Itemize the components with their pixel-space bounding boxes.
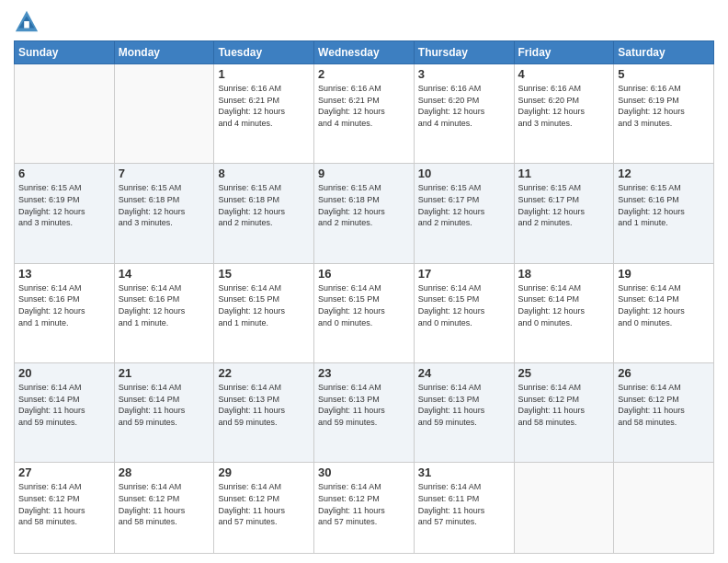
day-number: 8 [218, 167, 310, 180]
calendar-cell: 9Sunrise: 6:15 AMSunset: 6:18 PMDaylight… [314, 164, 415, 263]
day-number: 10 [418, 167, 510, 180]
calendar-cell: 28Sunrise: 6:14 AMSunset: 6:12 PMDayligh… [114, 463, 214, 554]
calendar-cell: 17Sunrise: 6:14 AMSunset: 6:15 PMDayligh… [414, 263, 514, 362]
day-info: Sunrise: 6:14 AMSunset: 6:11 PMDaylight:… [418, 481, 510, 527]
calendar-cell: 11Sunrise: 6:15 AMSunset: 6:17 PMDayligh… [514, 164, 614, 263]
calendar-cell: 25Sunrise: 6:14 AMSunset: 6:12 PMDayligh… [514, 363, 614, 463]
day-number: 18 [518, 267, 610, 281]
day-number: 23 [318, 366, 410, 380]
day-info: Sunrise: 6:16 AMSunset: 6:20 PMDaylight:… [418, 83, 510, 129]
week-row-1: 1Sunrise: 6:16 AMSunset: 6:21 PMDaylight… [15, 64, 714, 164]
day-header-saturday: Saturday [614, 41, 714, 64]
logo [14, 9, 43, 35]
calendar-cell: 16Sunrise: 6:14 AMSunset: 6:15 PMDayligh… [314, 263, 415, 362]
day-number: 2 [318, 67, 410, 81]
day-info: Sunrise: 6:14 AMSunset: 6:13 PMDaylight:… [318, 382, 410, 428]
day-number: 6 [18, 167, 110, 180]
day-info: Sunrise: 6:14 AMSunset: 6:15 PMDaylight:… [418, 282, 510, 328]
day-info: Sunrise: 6:14 AMSunset: 6:12 PMDaylight:… [618, 382, 710, 428]
day-info: Sunrise: 6:15 AMSunset: 6:17 PMDaylight:… [518, 182, 610, 228]
calendar-cell: 1Sunrise: 6:16 AMSunset: 6:21 PMDaylight… [214, 64, 314, 164]
header-row: SundayMondayTuesdayWednesdayThursdayFrid… [15, 41, 714, 64]
week-row-2: 6Sunrise: 6:15 AMSunset: 6:19 PMDaylight… [15, 164, 714, 263]
day-number: 24 [418, 366, 510, 380]
day-info: Sunrise: 6:16 AMSunset: 6:20 PMDaylight:… [518, 83, 610, 129]
day-number: 21 [119, 366, 210, 380]
week-row-5: 27Sunrise: 6:14 AMSunset: 6:12 PMDayligh… [15, 463, 714, 554]
day-info: Sunrise: 6:14 AMSunset: 6:12 PMDaylight:… [18, 481, 110, 527]
day-number: 22 [218, 366, 310, 380]
calendar-cell: 10Sunrise: 6:15 AMSunset: 6:17 PMDayligh… [414, 164, 514, 263]
day-info: Sunrise: 6:14 AMSunset: 6:16 PMDaylight:… [18, 282, 110, 328]
calendar-cell: 30Sunrise: 6:14 AMSunset: 6:12 PMDayligh… [314, 463, 415, 554]
day-info: Sunrise: 6:14 AMSunset: 6:12 PMDaylight:… [218, 481, 310, 527]
day-info: Sunrise: 6:15 AMSunset: 6:16 PMDaylight:… [618, 182, 710, 228]
day-header-friday: Friday [514, 41, 614, 64]
day-header-wednesday: Wednesday [314, 41, 415, 64]
logo-icon [14, 9, 40, 35]
calendar-cell: 7Sunrise: 6:15 AMSunset: 6:18 PMDaylight… [114, 164, 214, 263]
week-row-4: 20Sunrise: 6:14 AMSunset: 6:14 PMDayligh… [15, 363, 714, 463]
calendar-cell: 26Sunrise: 6:14 AMSunset: 6:12 PMDayligh… [614, 363, 714, 463]
page: SundayMondayTuesdayWednesdayThursdayFrid… [0, 0, 728, 563]
day-info: Sunrise: 6:14 AMSunset: 6:16 PMDaylight:… [119, 282, 210, 328]
day-info: Sunrise: 6:14 AMSunset: 6:12 PMDaylight:… [119, 481, 210, 527]
calendar-cell: 31Sunrise: 6:14 AMSunset: 6:11 PMDayligh… [414, 463, 514, 554]
day-info: Sunrise: 6:14 AMSunset: 6:12 PMDaylight:… [318, 481, 410, 527]
day-number: 1 [218, 67, 310, 81]
calendar-cell: 23Sunrise: 6:14 AMSunset: 6:13 PMDayligh… [314, 363, 415, 463]
day-number: 30 [318, 465, 410, 479]
day-info: Sunrise: 6:14 AMSunset: 6:14 PMDaylight:… [119, 382, 210, 428]
day-info: Sunrise: 6:14 AMSunset: 6:13 PMDaylight:… [418, 382, 510, 428]
day-info: Sunrise: 6:14 AMSunset: 6:14 PMDaylight:… [18, 382, 110, 428]
day-number: 14 [119, 267, 210, 281]
calendar-cell: 29Sunrise: 6:14 AMSunset: 6:12 PMDayligh… [214, 463, 314, 554]
svg-rect-2 [24, 21, 29, 28]
calendar-cell: 15Sunrise: 6:14 AMSunset: 6:15 PMDayligh… [214, 263, 314, 362]
day-info: Sunrise: 6:16 AMSunset: 6:19 PMDaylight:… [618, 83, 710, 129]
day-info: Sunrise: 6:14 AMSunset: 6:14 PMDaylight:… [518, 282, 610, 328]
day-number: 12 [618, 167, 710, 180]
calendar-cell [614, 463, 714, 554]
day-number: 29 [218, 465, 310, 479]
day-header-tuesday: Tuesday [214, 41, 314, 64]
day-number: 15 [218, 267, 310, 281]
day-info: Sunrise: 6:15 AMSunset: 6:19 PMDaylight:… [18, 182, 110, 228]
day-number: 27 [18, 465, 110, 479]
calendar-cell: 24Sunrise: 6:14 AMSunset: 6:13 PMDayligh… [414, 363, 514, 463]
calendar-body: 1Sunrise: 6:16 AMSunset: 6:21 PMDaylight… [15, 64, 714, 554]
calendar-header: SundayMondayTuesdayWednesdayThursdayFrid… [15, 41, 714, 64]
calendar-cell: 6Sunrise: 6:15 AMSunset: 6:19 PMDaylight… [15, 164, 115, 263]
day-info: Sunrise: 6:15 AMSunset: 6:17 PMDaylight:… [418, 182, 510, 228]
day-number: 28 [119, 465, 210, 479]
calendar-cell: 2Sunrise: 6:16 AMSunset: 6:21 PMDaylight… [314, 64, 415, 164]
calendar-cell: 13Sunrise: 6:14 AMSunset: 6:16 PMDayligh… [15, 263, 115, 362]
day-info: Sunrise: 6:15 AMSunset: 6:18 PMDaylight:… [119, 182, 210, 228]
calendar-cell: 20Sunrise: 6:14 AMSunset: 6:14 PMDayligh… [15, 363, 115, 463]
calendar-cell [514, 463, 614, 554]
day-number: 4 [518, 67, 610, 81]
calendar-cell: 14Sunrise: 6:14 AMSunset: 6:16 PMDayligh… [114, 263, 214, 362]
calendar-cell: 22Sunrise: 6:14 AMSunset: 6:13 PMDayligh… [214, 363, 314, 463]
day-number: 11 [518, 167, 610, 180]
calendar-cell: 8Sunrise: 6:15 AMSunset: 6:18 PMDaylight… [214, 164, 314, 263]
day-number: 26 [618, 366, 710, 380]
day-number: 20 [18, 366, 110, 380]
day-number: 9 [318, 167, 410, 180]
day-number: 31 [418, 465, 510, 479]
header [14, 9, 714, 35]
day-info: Sunrise: 6:14 AMSunset: 6:15 PMDaylight:… [218, 282, 310, 328]
day-number: 13 [18, 267, 110, 281]
calendar-table: SundayMondayTuesdayWednesdayThursdayFrid… [14, 40, 714, 554]
day-info: Sunrise: 6:14 AMSunset: 6:15 PMDaylight:… [318, 282, 410, 328]
day-number: 7 [119, 167, 210, 180]
day-number: 3 [418, 67, 510, 81]
day-info: Sunrise: 6:14 AMSunset: 6:14 PMDaylight:… [618, 282, 710, 328]
day-header-thursday: Thursday [414, 41, 514, 64]
day-number: 17 [418, 267, 510, 281]
calendar-cell: 5Sunrise: 6:16 AMSunset: 6:19 PMDaylight… [614, 64, 714, 164]
day-info: Sunrise: 6:14 AMSunset: 6:13 PMDaylight:… [218, 382, 310, 428]
calendar-cell: 12Sunrise: 6:15 AMSunset: 6:16 PMDayligh… [614, 164, 714, 263]
calendar-cell: 18Sunrise: 6:14 AMSunset: 6:14 PMDayligh… [514, 263, 614, 362]
calendar-cell [15, 64, 115, 164]
